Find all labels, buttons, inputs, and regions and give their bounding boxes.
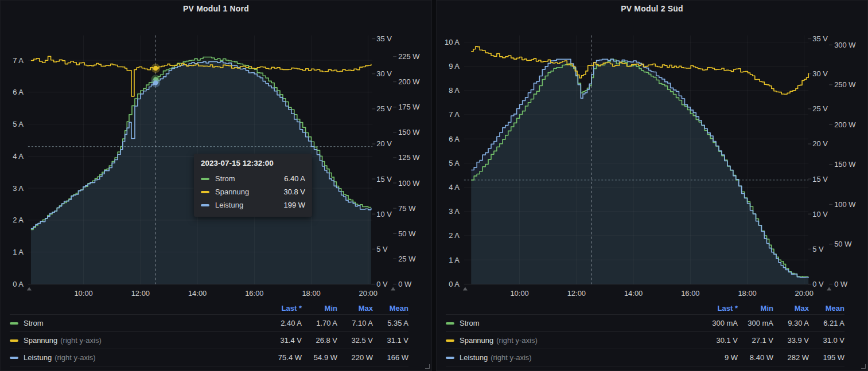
legend-table: Last * Min Max Mean Strom 300 mA 300 mA … xyxy=(437,302,867,366)
legend-col-max[interactable]: Max xyxy=(337,304,373,313)
legend-col-mean[interactable]: Mean xyxy=(809,304,844,313)
y-axis-tick-watts: 25 W xyxy=(398,255,416,263)
y-axis-tick-volts: 25 V xyxy=(812,104,828,113)
panel-title[interactable]: PV Modul 2 Süd xyxy=(437,1,867,17)
legend-col-min[interactable]: Min xyxy=(738,304,773,313)
legend-value-min: 27.1 V xyxy=(738,336,773,345)
y-axis-tick-amps: 2 A xyxy=(13,216,24,224)
legend-series-label: Spannung xyxy=(460,336,493,345)
legend-series-toggle[interactable]: Leistung (right y-axis) xyxy=(10,353,258,362)
legend-value-max: 32.5 V xyxy=(337,336,373,345)
y-axis-tick-volts: 10 V xyxy=(812,210,828,218)
legend-value-max: 7.10 A xyxy=(337,319,373,327)
legend-value-mean: 31.1 V xyxy=(373,336,408,345)
y-axis-tick-volts: 20 V xyxy=(812,139,828,148)
legend-series-axis-note: (right y-axis) xyxy=(60,336,102,345)
y-axis-tick-watts: 175 W xyxy=(398,103,420,111)
x-axis-tick: 14:00 xyxy=(188,289,207,298)
y-axis-tick-volts: 15 V xyxy=(812,175,828,183)
legend-value-last: 2.40 A xyxy=(258,319,302,327)
time-series-chart[interactable]: 0 A1 A2 A3 A4 A5 A6 A7 A8 A9 A10 A0 V5 V… xyxy=(437,17,867,302)
y-axis-tick-volts: 15 V xyxy=(376,175,392,183)
panel-title[interactable]: PV Modul 1 Nord xyxy=(1,1,431,17)
y-axis-tick-watts: 100 W xyxy=(834,200,856,209)
y-axis-tick-amps: 4 A xyxy=(449,183,460,192)
y-axis-tick-volts: 10 V xyxy=(376,210,392,218)
x-axis-tick: 18:00 xyxy=(302,289,320,298)
tooltip-series-value: 30.8 V xyxy=(283,188,305,196)
legend-header-row: Last * Min Max Mean xyxy=(446,302,844,315)
legend-series-toggle[interactable]: Strom xyxy=(10,319,258,327)
legend-col-mean[interactable]: Mean xyxy=(373,304,408,313)
y-axis-tick-watts: 250 W xyxy=(834,80,856,89)
legend-col-last[interactable]: Last * xyxy=(258,304,302,313)
legend-series-label: Strom xyxy=(460,319,480,327)
tooltip-row-spannung: Spannung 30.8 V xyxy=(201,185,305,198)
legend-value-last: 30.1 V xyxy=(694,336,738,345)
legend-value-mean: 195 W xyxy=(809,353,844,362)
y-axis-tick-volts: 20 V xyxy=(376,139,392,148)
y-axis-tick-amps: 1 A xyxy=(449,256,460,264)
legend-series-swatch xyxy=(10,322,18,325)
y-axis-tick-amps: 7 A xyxy=(449,110,460,119)
y-axis-tick-watts: 0 W xyxy=(398,280,412,288)
y-axis-tick-amps: 3 A xyxy=(13,184,24,193)
legend-series-toggle[interactable]: Leistung (right y-axis) xyxy=(446,353,694,362)
dashboard: PV Modul 1 Nord 0 A1 A2 A3 A4 A5 A6 A7 A… xyxy=(0,0,868,371)
y-axis-tick-amps: 4 A xyxy=(13,152,24,161)
axis-arrow-icon xyxy=(827,287,831,290)
x-axis-tick: 20:00 xyxy=(359,289,377,298)
y-axis-tick-volts: 0 V xyxy=(812,280,824,288)
panel-resize-handle[interactable] xyxy=(861,364,866,369)
x-axis-tick: 16:00 xyxy=(245,289,263,298)
legend-value-mean: 31.0 V xyxy=(809,336,844,345)
x-axis-tick: 12:00 xyxy=(131,289,150,298)
legend-value-max: 9.30 A xyxy=(773,319,809,327)
legend-series-toggle[interactable]: Spannung (right y-axis) xyxy=(446,336,694,345)
y-axis-tick-amps: 5 A xyxy=(13,120,24,128)
y-axis-tick-volts: 30 V xyxy=(376,69,392,78)
tooltip-row-leistung: Leistung 199 W xyxy=(201,198,305,212)
crosshair-dot-leistung xyxy=(153,80,158,85)
tooltip-timestamp: 2023-07-15 12:32:00 xyxy=(201,159,305,167)
y-axis-tick-volts: 5 V xyxy=(376,245,388,253)
y-axis-tick-volts: 0 V xyxy=(376,280,388,288)
legend-header-row: Last * Min Max Mean xyxy=(10,302,408,315)
y-axis-tick-amps: 1 A xyxy=(13,248,24,256)
axis-arrow-icon xyxy=(463,287,468,290)
y-axis-tick-watts: 150 W xyxy=(398,128,420,136)
y-axis-tick-amps: 9 A xyxy=(449,62,460,71)
x-axis-tick: 14:00 xyxy=(624,289,643,298)
legend-value-max: 33.9 V xyxy=(773,336,809,345)
panel-resize-handle[interactable] xyxy=(425,364,430,369)
legend-series-swatch xyxy=(446,339,454,342)
legend-value-max: 220 W xyxy=(337,353,373,362)
panel-pv-modul-2-sued: PV Modul 2 Süd 0 A1 A2 A3 A4 A5 A6 A7 A8… xyxy=(436,0,868,371)
y-axis-tick-amps: 10 A xyxy=(445,38,460,46)
y-axis-tick-amps: 0 A xyxy=(449,280,460,288)
legend-series-toggle[interactable]: Spannung (right y-axis) xyxy=(10,336,258,345)
legend-row-spannung: Spannung (right y-axis) 30.1 V 27.1 V 33… xyxy=(446,332,844,349)
legend-value-last: 31.4 V xyxy=(258,336,302,345)
legend-series-label: Leistung xyxy=(460,353,488,362)
legend-value-min: 1.70 A xyxy=(302,319,337,327)
legend-value-mean: 5.35 A xyxy=(373,319,408,327)
y-axis-tick-watts: 225 W xyxy=(398,52,420,61)
tooltip-series-label: Spannung xyxy=(215,188,283,196)
legend-col-max[interactable]: Max xyxy=(773,304,809,313)
legend-row-leistung: Leistung (right y-axis) 75.4 W 54.9 W 22… xyxy=(10,349,408,366)
legend-col-min[interactable]: Min xyxy=(302,304,337,313)
legend-row-strom: Strom 2.40 A 1.70 A 7.10 A 5.35 A xyxy=(10,315,408,332)
legend-value-last: 75.4 W xyxy=(258,353,302,362)
legend-series-toggle[interactable]: Strom xyxy=(446,319,694,327)
legend-series-swatch xyxy=(446,322,454,325)
axis-arrow-icon xyxy=(27,287,32,290)
legend-col-last[interactable]: Last * xyxy=(694,304,738,313)
crosshair-dot-spannung xyxy=(153,66,158,71)
x-axis-tick: 16:00 xyxy=(681,289,699,298)
series-fill-leistung xyxy=(471,59,808,284)
y-axis-tick-amps: 3 A xyxy=(449,207,460,216)
legend-table: Last * Min Max Mean Strom 2.40 A 1.70 A … xyxy=(1,302,431,366)
legend-value-last: 9 W xyxy=(694,353,738,362)
legend-value-min: 8.40 W xyxy=(738,353,773,362)
